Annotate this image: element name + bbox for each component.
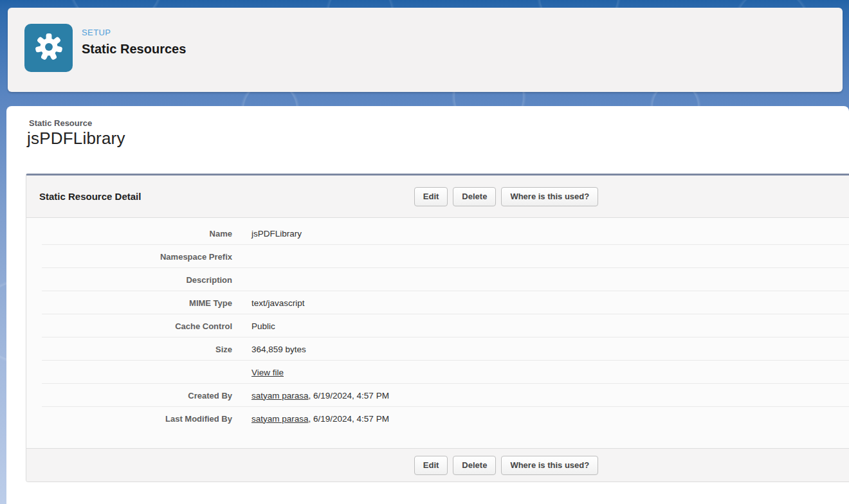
where-used-button[interactable]: Where is this used? [501, 187, 598, 206]
field-label: MIME Type [26, 298, 251, 308]
field-value-suffix: , 6/19/2024, 4:57 PM [309, 391, 389, 401]
modified-by-link[interactable]: satyam parasa [251, 414, 309, 424]
record-type-label: Static Resource [27, 118, 849, 128]
field-value: 364,859 bytes [251, 345, 306, 354]
detail-row: Last Modified Bysatyam parasa, 6/19/2024… [26, 407, 849, 430]
field-value: View file [251, 368, 284, 377]
field-label: Description [26, 275, 251, 285]
top-button-row: EditDeleteWhere is this used? [26, 176, 849, 217]
detail-row: Description [26, 268, 849, 291]
detail-row: Cache ControlPublic [26, 314, 849, 338]
detail-card-footer: EditDeleteWhere is this used? [26, 448, 849, 482]
delete-button[interactable]: Delete [453, 187, 496, 206]
field-label: Size [26, 345, 251, 354]
main-content-panel: Static Resource jsPDFLibrary Static Reso… [6, 106, 849, 504]
field-value: jsPDFLibrary [251, 229, 302, 239]
detail-row: Namespace Prefix [26, 245, 849, 268]
bottom-button-row: EditDeleteWhere is this used? [26, 449, 849, 482]
detail-card-body: NamejsPDFLibraryNamespace PrefixDescript… [26, 218, 849, 430]
field-label: Namespace Prefix [26, 252, 251, 262]
detail-row: MIME Typetext/javascript [26, 291, 849, 314]
edit-button[interactable]: Edit [414, 456, 448, 475]
edit-button[interactable]: Edit [414, 187, 448, 206]
created-by-link[interactable]: satyam parasa [251, 391, 309, 401]
setup-tile [24, 24, 73, 72]
field-value: satyam parasa, 6/19/2024, 4:57 PM [251, 414, 389, 424]
field-label: Cache Control [26, 321, 251, 331]
detail-row: Size364,859 bytes [26, 338, 849, 361]
view-file-link[interactable]: View file [251, 368, 284, 377]
detail-row: View file [26, 361, 849, 384]
where-used-button[interactable]: Where is this used? [501, 456, 598, 475]
delete-button[interactable]: Delete [453, 456, 496, 475]
detail-card: Static Resource Detail EditDeleteWhere i… [26, 174, 849, 482]
field-label: Name [26, 229, 251, 239]
banner-title: Static Resources [82, 42, 186, 57]
field-value: Public [251, 321, 275, 331]
setup-banner: SETUP Static Resources [8, 8, 843, 92]
field-value: satyam parasa, 6/19/2024, 4:57 PM [251, 391, 389, 401]
setup-label: SETUP [82, 28, 186, 37]
detail-row: Created Bysatyam parasa, 6/19/2024, 4:57… [26, 384, 849, 407]
body-spacer [26, 430, 849, 448]
field-label: Created By [26, 391, 251, 401]
detail-row: NamejsPDFLibrary [26, 222, 849, 245]
gear-icon [34, 32, 64, 64]
field-value: text/javascript [251, 298, 305, 308]
record-name: jsPDFLibrary [27, 129, 849, 148]
detail-card-header: Static Resource Detail EditDeleteWhere i… [26, 176, 849, 218]
field-label: Last Modified By [26, 414, 251, 424]
field-value-suffix: , 6/19/2024, 4:57 PM [309, 414, 389, 424]
